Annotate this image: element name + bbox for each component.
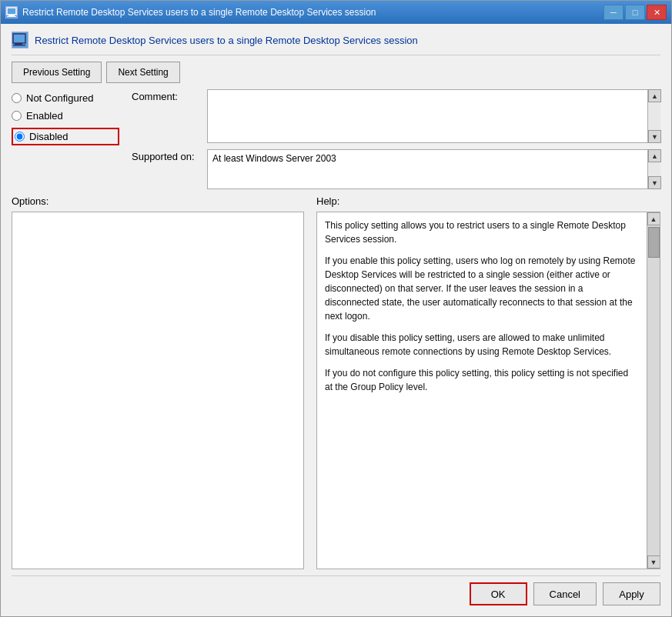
disabled-radio-box: Disabled (12, 128, 119, 145)
help-para-4: If you do not configure this policy sett… (325, 366, 637, 394)
window-icon (5, 6, 18, 18)
help-para-3: If you disable this policy setting, user… (325, 331, 637, 359)
supported-label: Supported on: (132, 149, 201, 162)
help-box: This policy setting allows you to restri… (316, 212, 660, 569)
supported-scroll-down[interactable]: ▼ (648, 176, 661, 189)
svg-rect-5 (13, 45, 25, 46)
comment-label: Comment: (132, 89, 201, 102)
svg-rect-0 (7, 8, 16, 15)
ok-button[interactable]: OK (470, 582, 527, 605)
svg-rect-4 (15, 43, 22, 45)
supported-content: At least Windows Server 2003 (207, 149, 660, 189)
close-button[interactable]: ✕ (647, 5, 667, 20)
comment-textarea[interactable] (207, 89, 660, 143)
comment-wrapper: ▲ ▼ (207, 89, 660, 143)
window-controls: ─ □ ✕ (603, 5, 667, 20)
comment-row: Comment: ▲ ▼ (132, 89, 660, 143)
help-panel: Help: This policy setting allows you to … (316, 195, 660, 569)
help-text: This policy setting allows you to restri… (325, 218, 652, 394)
previous-setting-button[interactable]: Previous Setting (12, 62, 102, 83)
help-para-2: If you enable this policy setting, users… (325, 254, 637, 323)
supported-wrapper: At least Windows Server 2003 ▲ ▼ (207, 149, 660, 189)
comment-scroll-up[interactable]: ▲ (648, 89, 661, 102)
title-bar: Restrict Remote Desktop Services users t… (1, 1, 671, 24)
help-scrollbar: ▲ ▼ (647, 212, 660, 569)
cancel-button[interactable]: Cancel (533, 582, 597, 605)
maximize-button[interactable]: □ (625, 5, 645, 20)
supported-scrollbar: ▲ ▼ (647, 149, 660, 189)
help-label: Help: (316, 195, 660, 207)
svg-rect-2 (7, 16, 16, 17)
lower-section: Options: Help: This policy setting allow… (12, 195, 660, 569)
apply-button[interactable]: Apply (603, 582, 660, 605)
nav-buttons: Previous Setting Next Setting (12, 62, 660, 83)
right-section: Comment: ▲ ▼ Supported on: At least Wind… (132, 89, 660, 189)
radio-group: Not Configured Enabled Disabled (12, 89, 119, 189)
not-configured-radio[interactable]: Not Configured (12, 92, 119, 104)
window-title: Restrict Remote Desktop Services users t… (22, 7, 599, 18)
next-setting-button[interactable]: Next Setting (106, 62, 179, 83)
help-scroll-down[interactable]: ▼ (647, 555, 660, 569)
svg-rect-1 (8, 15, 15, 16)
dialog-header-title: Restrict Remote Desktop Services users t… (35, 35, 418, 46)
dialog-header: Restrict Remote Desktop Services users t… (12, 32, 660, 55)
supported-row: Supported on: At least Windows Server 20… (132, 149, 660, 189)
dialog-icon (12, 32, 28, 48)
comment-scrollbar: ▲ ▼ (647, 89, 660, 143)
main-window: Restrict Remote Desktop Services users t… (0, 0, 672, 617)
help-para-1: This policy setting allows you to restri… (325, 218, 637, 246)
options-panel: Options: (12, 195, 304, 569)
scrollbar-thumb (648, 227, 660, 258)
footer: OK Cancel Apply (12, 575, 660, 609)
disabled-radio[interactable]: Disabled (15, 131, 69, 142)
comment-scroll-down[interactable]: ▼ (648, 130, 661, 143)
scrollbar-track (647, 225, 660, 555)
options-box (12, 212, 304, 569)
svg-rect-6 (17, 36, 22, 40)
help-scroll-up[interactable]: ▲ (647, 212, 660, 225)
enabled-radio[interactable]: Enabled (12, 110, 119, 122)
content-area: Restrict Remote Desktop Services users t… (1, 24, 671, 616)
options-label: Options: (12, 195, 304, 207)
main-section: Not Configured Enabled Disabled Comme (12, 89, 660, 189)
supported-scroll-up[interactable]: ▲ (648, 149, 661, 162)
minimize-button[interactable]: ─ (603, 5, 624, 20)
